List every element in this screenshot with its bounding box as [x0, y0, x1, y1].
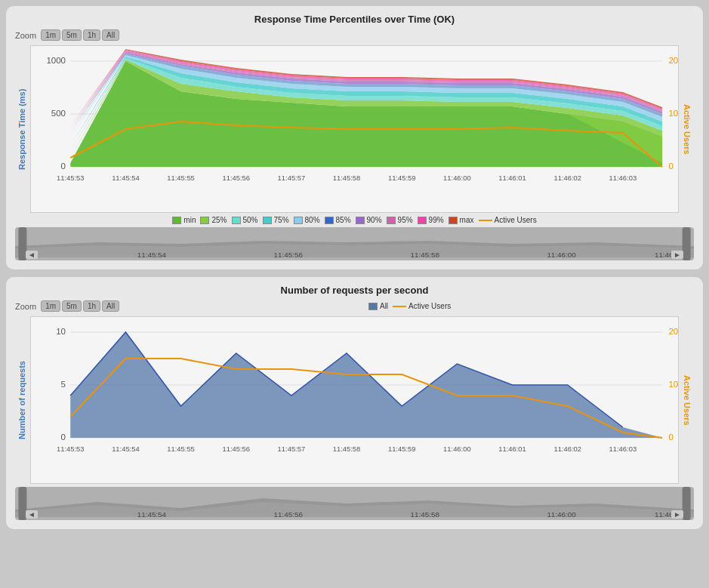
legend-min-icon	[172, 217, 181, 224]
svg-text:11:45:58: 11:45:58	[410, 251, 439, 258]
chart2-minimap[interactable]: 11:45:54 11:45:56 11:45:58 11:46:00 11:4…	[15, 487, 694, 520]
svg-text:11:45:54: 11:45:54	[112, 174, 140, 182]
legend-80-label: 80%	[305, 216, 320, 224]
chart1-zoom-bar: Zoom 1m 5m 1h All	[15, 29, 694, 41]
legend-75-label: 75%	[274, 216, 289, 224]
chart2-minimap-scroll-right[interactable]: ►	[671, 510, 683, 519]
chart1-zoom-label: Zoom	[15, 31, 36, 40]
legend-active-users-2-label: Active Users	[408, 302, 451, 310]
svg-text:1000: 1000	[46, 56, 66, 65]
svg-text:11:45:53: 11:45:53	[57, 174, 85, 182]
legend-min-label: min	[183, 216, 196, 224]
chart1-zoom-all[interactable]: All	[102, 29, 119, 41]
svg-text:11:45:56: 11:45:56	[222, 174, 250, 182]
legend-max: max	[449, 216, 474, 224]
chart2-title: Number of requests per second	[15, 285, 694, 296]
svg-text:20: 20	[668, 327, 678, 336]
legend-25-label: 25%	[211, 216, 227, 224]
chart2-zoom-all[interactable]: All	[102, 300, 119, 312]
legend-active-users-2: Active Users	[393, 302, 451, 310]
chart2-plot: 10 5 0 20 10 0 11:45:53 11:45:54 11:45:5…	[30, 316, 679, 484]
svg-text:11:45:56: 11:45:56	[274, 510, 303, 518]
chart1-minimap[interactable]: 11:45:54 11:45:56 11:45:58 11:46:00 11:4…	[15, 227, 694, 260]
svg-text:10: 10	[668, 380, 678, 389]
chart2-minimap-svg: 11:45:54 11:45:56 11:45:58 11:46:00 11:4…	[15, 487, 694, 520]
legend-90-label: 90%	[367, 216, 382, 224]
legend-25: 25%	[200, 216, 227, 224]
chart1-y-label-left: Response Time (ms)	[15, 45, 29, 213]
legend-active-users-label: Active Users	[495, 216, 537, 224]
legend-75-icon	[263, 217, 272, 224]
chart2-minimap-scroll-left[interactable]: ◄	[26, 510, 38, 519]
svg-text:11:45:54: 11:45:54	[112, 445, 140, 453]
svg-text:10: 10	[56, 327, 66, 336]
chart1-legend: min 25% 50% 75% 80% 85% 90% 95%	[15, 216, 694, 224]
chart1-plot: 1000 500 0 20 10 0	[30, 45, 679, 213]
legend-95-label: 95%	[398, 216, 413, 224]
svg-text:11:45:54: 11:45:54	[137, 251, 166, 258]
svg-text:11:46:00: 11:46:00	[547, 510, 575, 518]
svg-text:11:46:03: 11:46:03	[609, 445, 637, 453]
svg-text:11:45:59: 11:45:59	[388, 174, 416, 182]
svg-text:11:45:54: 11:45:54	[137, 510, 166, 518]
svg-text:11:46:03: 11:46:03	[609, 174, 637, 182]
chart1-zoom-1h[interactable]: 1h	[83, 29, 100, 41]
legend-90-icon	[356, 217, 365, 224]
legend-90: 90%	[356, 216, 382, 224]
legend-95: 95%	[387, 216, 413, 224]
chart1-minimap-scroll-left[interactable]: ◄	[26, 251, 38, 259]
svg-text:11:46:01: 11:46:01	[498, 174, 526, 182]
svg-text:11:46:00: 11:46:00	[443, 174, 471, 182]
legend-85-icon	[325, 217, 334, 224]
svg-text:0: 0	[61, 162, 66, 171]
svg-text:11:45:53: 11:45:53	[57, 445, 85, 453]
chart2-container: Number of requests per second Zoom 1m 5m…	[6, 277, 703, 529]
chart2-legend: All Active Users	[125, 302, 694, 310]
svg-text:20: 20	[668, 56, 678, 65]
chart2-area: Number of requests 10 5 0 20 10 0	[15, 316, 694, 484]
svg-text:11:45:56: 11:45:56	[274, 251, 303, 258]
chart1-zoom-5m[interactable]: 5m	[62, 29, 82, 41]
chart2-minimap-inner: 11:45:54 11:45:56 11:45:58 11:46:00 11:4…	[15, 487, 694, 520]
chart2-zoom-1m[interactable]: 1m	[41, 300, 60, 312]
svg-text:11:45:55: 11:45:55	[167, 174, 195, 182]
legend-50-icon	[232, 217, 241, 224]
svg-text:11:46:00: 11:46:00	[547, 251, 575, 258]
chart1-container: Response Time Percentiles over Time (OK)…	[6, 6, 703, 269]
chart1-minimap-inner: 11:45:54 11:45:56 11:45:58 11:46:00 11:4…	[15, 227, 694, 260]
legend-50-label: 50%	[243, 216, 258, 224]
legend-99: 99%	[418, 216, 444, 224]
legend-all: All	[368, 302, 388, 310]
legend-25-icon	[200, 217, 209, 224]
svg-text:11:45:57: 11:45:57	[278, 445, 306, 453]
legend-85-label: 85%	[336, 216, 351, 224]
chart2-zoom-5m[interactable]: 5m	[62, 300, 82, 312]
svg-text:11:45:58: 11:45:58	[333, 174, 361, 182]
legend-80: 80%	[294, 216, 320, 224]
svg-text:11:46:02: 11:46:02	[553, 445, 581, 453]
svg-text:500: 500	[51, 109, 66, 118]
chart1-minimap-scroll-right[interactable]: ►	[671, 251, 683, 259]
svg-text:11:46:01: 11:46:01	[498, 445, 526, 453]
svg-text:11:46:00: 11:46:00	[443, 445, 471, 453]
chart1-minimap-svg: 11:45:54 11:45:56 11:45:58 11:46:00 11:4…	[15, 227, 694, 260]
legend-max-icon	[449, 217, 458, 224]
svg-text:11:45:58: 11:45:58	[410, 510, 439, 518]
legend-50: 50%	[232, 216, 258, 224]
legend-all-icon	[368, 303, 378, 310]
svg-text:11:46:02: 11:46:02	[553, 174, 581, 182]
legend-max-label: max	[460, 216, 474, 224]
legend-active-users-2-icon	[393, 306, 406, 307]
chart2-zoom-1h[interactable]: 1h	[83, 300, 100, 312]
svg-text:11:45:59: 11:45:59	[388, 445, 416, 453]
legend-active-users-icon	[479, 220, 492, 221]
svg-text:11:45:56: 11:45:56	[222, 445, 250, 453]
svg-text:11:45:57: 11:45:57	[278, 174, 306, 182]
chart2-zoom-label: Zoom	[15, 302, 36, 311]
legend-99-label: 99%	[429, 216, 444, 224]
chart2-svg: 10 5 0 20 10 0 11:45:53 11:45:54 11:45:5…	[31, 317, 678, 483]
svg-text:0: 0	[668, 433, 673, 442]
svg-text:11:45:58: 11:45:58	[333, 445, 361, 453]
chart1-zoom-1m[interactable]: 1m	[41, 29, 60, 41]
legend-active-users: Active Users	[479, 216, 537, 224]
